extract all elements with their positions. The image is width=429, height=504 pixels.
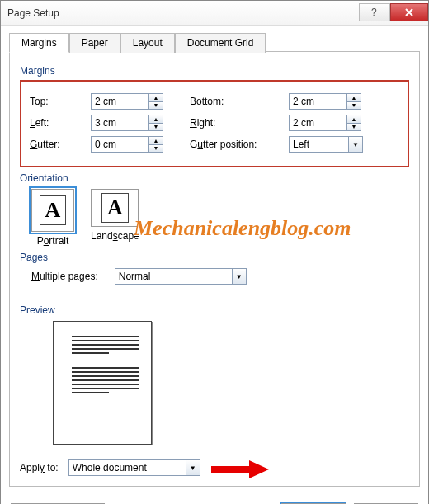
landscape-label: Landscape	[91, 230, 139, 242]
left-spin-down[interactable]: ▼	[148, 123, 163, 132]
portrait-label: Portrait	[31, 235, 74, 247]
tab-margins[interactable]: Margins	[9, 33, 69, 53]
top-input[interactable]	[91, 93, 148, 110]
gutter-position-combo[interactable]: ▼	[289, 136, 363, 153]
gutter-label: Gutter:	[30, 139, 91, 150]
gutter-spinner[interactable]: ▲▼	[91, 136, 165, 153]
gutter-input[interactable]	[91, 136, 148, 153]
left-spinner[interactable]: ▲▼	[91, 115, 165, 131]
right-spinner[interactable]: ▲▼	[289, 115, 363, 131]
tab-layout[interactable]: Layout	[120, 33, 175, 53]
left-input[interactable]	[91, 115, 148, 131]
bottom-spin-up[interactable]: ▲	[346, 93, 361, 101]
tab-paper[interactable]: Paper	[69, 33, 120, 53]
bottom-spin-down[interactable]: ▼	[346, 101, 361, 111]
svg-text:?: ?	[371, 7, 377, 17]
multiple-pages-label: Multiple pages:	[31, 271, 98, 282]
top-spin-down[interactable]: ▼	[148, 101, 163, 111]
tab-document-grid[interactable]: Document Grid	[175, 33, 266, 53]
preview-page-icon	[53, 321, 152, 445]
window-title: Page Setup	[7, 7, 359, 19]
multiple-pages-combo[interactable]: ▼	[115, 268, 247, 285]
margins-highlight-box: Top: ▲▼ Bottom: ▲▼ Left: ▲▼	[20, 80, 409, 167]
right-spin-up[interactable]: ▲	[346, 115, 361, 123]
close-button[interactable]	[390, 3, 428, 21]
multiple-pages-value[interactable]	[115, 268, 232, 285]
titlebar: Page Setup ?	[1, 1, 428, 26]
apply-to-dropdown[interactable]: ▼	[186, 459, 200, 476]
top-label: Top:	[30, 96, 91, 107]
gutter-position-dropdown[interactable]: ▼	[348, 136, 363, 153]
multiple-pages-dropdown[interactable]: ▼	[232, 268, 247, 285]
preview-group-label: Preview	[20, 304, 409, 316]
apply-to-combo[interactable]: ▼	[68, 459, 200, 476]
right-spin-down[interactable]: ▼	[346, 123, 361, 132]
landscape-icon: A	[91, 189, 139, 227]
margins-group-label: Margins	[20, 65, 409, 77]
page-setup-dialog: Page Setup ? Margins Paper Layout Docume…	[0, 0, 429, 504]
bottom-input[interactable]	[289, 93, 346, 110]
left-label: Left:	[30, 117, 91, 129]
tab-panel: Margins Top: ▲▼ Bottom: ▲▼ Left:	[9, 51, 420, 487]
left-spin-up[interactable]: ▲	[148, 115, 163, 123]
right-input[interactable]	[289, 115, 346, 131]
top-spin-up[interactable]: ▲	[148, 93, 163, 101]
gutter-position-value[interactable]	[289, 136, 348, 153]
gutter-spin-down[interactable]: ▼	[148, 144, 163, 153]
top-spinner[interactable]: ▲▼	[91, 93, 165, 110]
close-icon	[403, 7, 415, 17]
orientation-portrait[interactable]: A Portrait	[31, 189, 74, 247]
orientation-group-label: Orientation	[20, 172, 409, 184]
pages-group-label: Pages	[20, 252, 409, 263]
dialog-footer: Set As Default OK Cancel	[1, 495, 428, 504]
portrait-icon: A	[31, 189, 74, 232]
help-button[interactable]: ?	[359, 3, 390, 21]
apply-to-value[interactable]	[68, 459, 186, 476]
help-icon: ?	[370, 7, 380, 17]
tab-strip: Margins Paper Layout Document Grid	[9, 32, 420, 52]
right-label: Right:	[190, 117, 289, 129]
gutter-spin-up[interactable]: ▲	[148, 136, 163, 144]
apply-to-label: Apply to:	[20, 462, 59, 473]
gutter-position-label: Gutter position:	[190, 139, 289, 150]
orientation-landscape[interactable]: A Landscape	[91, 189, 139, 247]
bottom-spinner[interactable]: ▲▼	[289, 93, 363, 110]
bottom-label: Bottom:	[190, 96, 289, 107]
